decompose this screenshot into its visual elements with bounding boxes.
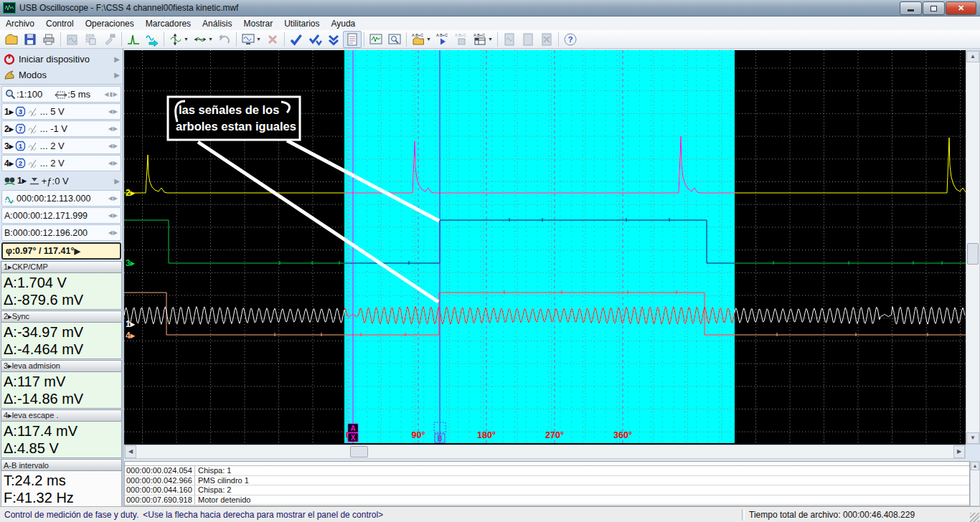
- trigger-value[interactable]: +ƒ:0 V: [42, 176, 69, 186]
- single-pulse-button[interactable]: [124, 31, 143, 48]
- minimize-button[interactable]: [900, 1, 922, 15]
- channel-4-row[interactable]: 4▸2... 2 V◀▶: [1, 155, 121, 171]
- marker-a-row[interactable]: A:000:00:12.171.999 ◀▶: [1, 207, 121, 224]
- close-button[interactable]: ✕: [946, 1, 976, 15]
- modes-button[interactable]: Modos ▶: [0, 67, 123, 82]
- zoom-timebase-row[interactable]: :1:100 :5 ms ◀▮▶: [1, 86, 121, 103]
- menu-utilitarios[interactable]: Utilitarios: [278, 17, 325, 30]
- coupling-icon[interactable]: [27, 107, 39, 117]
- amplitude-scale-button[interactable]: ▼: [166, 31, 191, 48]
- zoom-window-button[interactable]: [385, 31, 404, 48]
- display-mode-button[interactable]: ▼: [239, 31, 263, 48]
- marker-a-value[interactable]: A:000:00:12.171.999: [4, 211, 88, 221]
- confirm-button[interactable]: [287, 31, 306, 48]
- coupling-icon[interactable]: [27, 141, 39, 151]
- cursor-time-row[interactable]: 000:00:12.113.000 ◀▶: [1, 190, 121, 207]
- marker-b-row[interactable]: B:000:00:12.196.200 ◀▶: [1, 224, 121, 241]
- title-bar[interactable]: USB Oscilloscope - F:\CSS 4 channel00fie…: [0, 0, 980, 16]
- save-file-button[interactable]: [21, 31, 39, 48]
- menu-operaciones[interactable]: Operaciones: [80, 17, 140, 30]
- stepper-arrows[interactable]: ◀▶: [108, 212, 118, 219]
- channel-range[interactable]: ... 2 V: [40, 158, 65, 169]
- cursor-time-value[interactable]: 000:00:12.113.000: [17, 194, 90, 204]
- scroll-up-button[interactable]: ▲: [966, 51, 979, 62]
- wave-window-button[interactable]: [367, 31, 385, 48]
- stepper-arrows[interactable]: ◀▶: [108, 229, 118, 236]
- scroll-left-button[interactable]: ◀: [125, 445, 136, 458]
- log-scrollbar[interactable]: ▲: [970, 461, 980, 506]
- resize-grip[interactable]: [970, 513, 979, 522]
- svg-text:2: 2: [19, 160, 22, 167]
- confirm-all-button[interactable]: [324, 31, 343, 48]
- stepper-arrows[interactable]: ◀▶: [108, 143, 118, 149]
- marker-b-value[interactable]: B:000:00:12.196.200: [4, 228, 88, 238]
- channel-3-row[interactable]: 3▸1... 2 V◀▶: [1, 138, 121, 154]
- event-log[interactable]: 000:00:00.024.054Chispa: 1000:00:00.042.…: [124, 461, 970, 506]
- horizontal-scrollbar[interactable]: ◀ ▶: [124, 445, 966, 459]
- menu-analisis[interactable]: Análisis: [197, 17, 237, 30]
- zoom-value[interactable]: :1:100: [17, 89, 42, 100]
- stepper-arrows[interactable]: ◀▶: [108, 195, 118, 201]
- channel-range[interactable]: ... 2 V: [40, 141, 65, 151]
- open-file-button[interactable]: [2, 31, 21, 48]
- chevron-right-icon[interactable]: ▶: [114, 55, 120, 63]
- menu-archivo[interactable]: Archivo: [0, 17, 40, 30]
- notes-button[interactable]: [343, 31, 362, 48]
- channel-range[interactable]: ... -1 V: [40, 123, 67, 134]
- log-row[interactable]: 000:00:00.044.160Chispa: 2: [125, 485, 969, 495]
- panel-header-4[interactable]: 4▸leva escape .: [1, 409, 122, 422]
- log-event: Motor detenido: [195, 495, 969, 505]
- channel-2-row[interactable]: 2▸7... -1 V◀▶: [1, 120, 121, 137]
- oscilloscope-display[interactable]: las señales de losarboles estan iguales0…: [124, 50, 966, 445]
- report-doc-button: [519, 31, 537, 48]
- abc-table-button[interactable]: A:B+C▼: [471, 31, 495, 48]
- abc-play-button[interactable]: A:B+C: [433, 31, 452, 48]
- trigger-row[interactable]: 1▸ +ƒ:0 V ▶: [0, 172, 123, 189]
- chevron-right-icon[interactable]: ▶: [74, 247, 80, 256]
- log-row[interactable]: 000:00:07.690.918Motor detenido: [125, 495, 969, 506]
- log-row[interactable]: 000:00:00.042.966PMS cilindro 1: [125, 476, 969, 486]
- start-device-button[interactable]: Iniciar dispositivo ▶: [0, 51, 123, 67]
- time-scale-button[interactable]: ▼: [191, 31, 215, 48]
- menu-marcadores[interactable]: Marcadores: [140, 17, 197, 30]
- panel-header-2[interactable]: 2▸Sync: [1, 310, 122, 323]
- abc-open-button[interactable]: A:B+C▼: [409, 31, 433, 48]
- stepper-arrows[interactable]: ◀▶: [108, 160, 118, 166]
- channel-range[interactable]: ... 5 V: [40, 106, 65, 117]
- print-button[interactable]: [39, 31, 58, 48]
- phase-display[interactable]: φ:0.97° / 117.41° ▶: [1, 242, 121, 260]
- probe-badge[interactable]: 7: [15, 123, 26, 134]
- menu-control[interactable]: Control: [40, 17, 80, 30]
- panel-header-1[interactable]: 1▸CKP/CMP: [1, 261, 122, 273]
- help-button[interactable]: ?: [561, 31, 580, 48]
- stepper-arrows[interactable]: ◀▮▶: [104, 91, 118, 98]
- stepper-arrows[interactable]: ◀▶: [108, 125, 118, 132]
- log-row[interactable]: 000:00:00.024.054Chispa: 1: [125, 466, 969, 476]
- chevron-right-icon[interactable]: ▶: [114, 71, 120, 79]
- chevron-right-icon[interactable]: ▶: [114, 177, 120, 185]
- confirm-next-button[interactable]: [306, 31, 324, 48]
- wave-select-button[interactable]: [143, 31, 161, 48]
- channel-1-row[interactable]: 1▸3... 5 V◀▶: [1, 103, 121, 120]
- window-title: USB Oscilloscope - F:\CSS 4 channel00fie…: [19, 3, 238, 13]
- modes-label: Modos: [19, 70, 47, 80]
- probe-badge[interactable]: 3: [15, 106, 26, 117]
- vertical-scrollbar[interactable]: ▲ ▼: [966, 50, 980, 445]
- stepper-arrows[interactable]: ◀▶: [108, 108, 118, 115]
- panel-header-3[interactable]: 3▸leva admision: [1, 360, 122, 372]
- probe-badge[interactable]: 2: [15, 158, 26, 169]
- scroll-right-button[interactable]: ▶: [953, 445, 965, 458]
- probe-badge[interactable]: 1: [15, 141, 26, 151]
- menu-ayuda[interactable]: Ayuda: [325, 17, 361, 30]
- menu-mostrar[interactable]: Mostrar: [237, 17, 278, 30]
- phase-value: φ:0.97° / 117.41°: [6, 246, 74, 256]
- coupling-icon[interactable]: [27, 158, 39, 169]
- scroll-down-button[interactable]: ▼: [966, 432, 979, 444]
- panel-header-5[interactable]: A-B intervalo: [1, 459, 122, 471]
- coupling-icon[interactable]: [27, 124, 39, 134]
- timebase-value[interactable]: :5 ms: [67, 89, 90, 100]
- restore-button[interactable]: [923, 1, 945, 15]
- horizontal-scroll-thumb[interactable]: [350, 446, 368, 457]
- log-scroll-up-button[interactable]: ▲: [971, 462, 979, 470]
- vertical-scroll-thumb[interactable]: [967, 243, 979, 265]
